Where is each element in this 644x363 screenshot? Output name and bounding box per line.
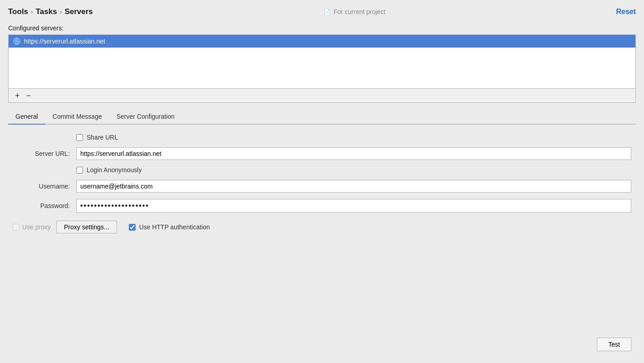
server-list-item[interactable]: https://serverurl.atlassian.net xyxy=(9,35,635,48)
for-current-project-label: For current project xyxy=(333,8,385,15)
globe-icon xyxy=(13,38,20,45)
username-input[interactable] xyxy=(76,180,631,193)
tabs-container: General Commit Message Server Configurat… xyxy=(8,109,636,125)
share-url-label: Share URL xyxy=(87,134,118,141)
username-row: Username: xyxy=(13,180,631,193)
http-auth-check-group: Use HTTP authentication xyxy=(129,223,210,231)
server-list-box: https://serverurl.atlassian.net xyxy=(8,34,636,89)
login-anon-row: Login Anonymously xyxy=(76,166,631,174)
share-url-row: Share URL xyxy=(76,134,631,141)
tab-general[interactable]: General xyxy=(8,109,45,124)
server-list-empty-area xyxy=(9,48,635,75)
password-input[interactable] xyxy=(76,199,631,213)
share-url-checkbox[interactable] xyxy=(76,134,83,141)
use-proxy-checkbox[interactable] xyxy=(13,224,20,231)
password-row: Password: xyxy=(13,199,631,213)
configured-servers-label: Configured servers: xyxy=(8,24,636,32)
server-url-item: https://serverurl.atlassian.net xyxy=(24,38,105,45)
list-toolbar: + − xyxy=(8,89,636,103)
reset-button[interactable]: Reset xyxy=(616,8,636,16)
add-server-button[interactable]: + xyxy=(12,91,23,101)
server-url-input[interactable] xyxy=(76,147,631,160)
breadcrumb-tasks: Tasks xyxy=(36,7,57,16)
use-http-auth-label: Use HTTP authentication xyxy=(139,223,210,231)
test-button[interactable]: Test xyxy=(597,338,631,351)
login-anon-label: Login Anonymously xyxy=(87,166,141,174)
breadcrumb-servers: Servers xyxy=(64,7,93,16)
header-center: 📄 For current project xyxy=(323,8,385,15)
main-container: Tools › Tasks › Servers 📄 For current pr… xyxy=(0,0,644,363)
proxy-settings-button[interactable]: Proxy settings... xyxy=(56,221,117,233)
password-label: Password: xyxy=(13,202,76,209)
use-http-auth-checkbox[interactable] xyxy=(129,224,136,231)
username-label: Username: xyxy=(13,183,76,190)
breadcrumb-sep1: › xyxy=(31,8,33,15)
footer-row: Test xyxy=(8,331,636,356)
tab-server-configuration[interactable]: Server Configuration xyxy=(109,109,182,124)
tab-commit-message[interactable]: Commit Message xyxy=(45,109,109,124)
breadcrumb: Tools › Tasks › Servers xyxy=(8,7,93,16)
breadcrumb-tools: Tools xyxy=(8,7,28,16)
header: Tools › Tasks › Servers 📄 For current pr… xyxy=(8,7,636,16)
use-proxy-check-group: Use proxy xyxy=(13,223,51,231)
remove-server-button[interactable]: − xyxy=(24,91,34,101)
login-anon-checkbox[interactable] xyxy=(76,167,83,174)
doc-icon: 📄 xyxy=(323,9,331,15)
breadcrumb-sep2: › xyxy=(60,8,62,15)
general-tab-form: Share URL Server URL: Login Anonymously … xyxy=(8,134,636,213)
use-proxy-label: Use proxy xyxy=(22,223,51,231)
server-url-label: Server URL: xyxy=(13,150,76,157)
server-url-row: Server URL: xyxy=(13,147,631,160)
bottom-row: Use proxy Proxy settings... Use HTTP aut… xyxy=(8,221,636,233)
